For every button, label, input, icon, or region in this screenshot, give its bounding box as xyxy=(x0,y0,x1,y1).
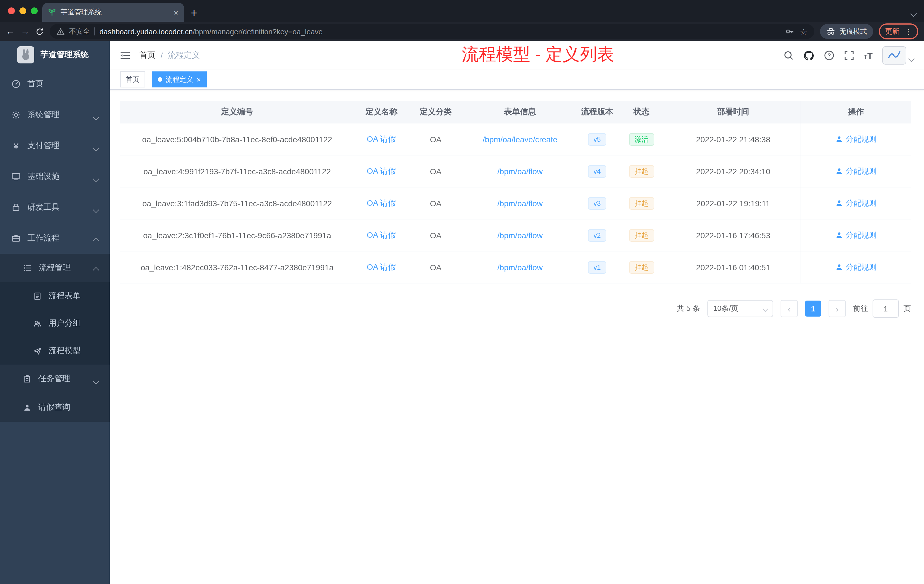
browser-tabstrip: 芋道管理系统 × + xyxy=(0,0,924,22)
password-key-icon[interactable] xyxy=(785,27,794,36)
tag-process-definition[interactable]: 流程定义 × xyxy=(152,71,206,87)
sidebar-item-devtools[interactable]: 研发工具 xyxy=(0,192,110,223)
tag-label: 流程定义 xyxy=(166,74,193,84)
sidebar-item-system[interactable]: 系统管理 xyxy=(0,99,110,130)
form-link[interactable]: /bpm/oa/leave/create xyxy=(483,135,558,144)
close-window-button[interactable] xyxy=(8,7,15,14)
cell-category: OA xyxy=(409,251,463,283)
sidebar-item-payment[interactable]: ¥ 支付管理 xyxy=(0,130,110,161)
user-menu[interactable] xyxy=(882,46,914,64)
sidebar-item-home[interactable]: 首页 xyxy=(0,69,110,99)
form-link[interactable]: /bpm/oa/flow xyxy=(497,199,543,208)
browser-update-button[interactable]: 更新 ⋮ xyxy=(879,23,918,40)
app-title: 芋道管理系统 xyxy=(41,50,89,60)
sidebar-item-workflow[interactable]: 工作流程 xyxy=(0,223,110,254)
incognito-label: 无痕模式 xyxy=(840,26,867,36)
version-tag: v1 xyxy=(588,261,606,274)
paper-plane-icon xyxy=(33,346,42,355)
address-bar[interactable]: 不安全 dashboard.yudao.iocoder.cn/bpm/manag… xyxy=(50,24,814,39)
breadcrumb-home[interactable]: 首页 xyxy=(139,50,155,61)
assign-rule-link[interactable]: 分配规则 xyxy=(835,166,876,176)
sidebar-item-process-model[interactable]: 流程模型 xyxy=(0,337,110,365)
sidebar-toggle-icon[interactable] xyxy=(120,51,130,60)
user-icon xyxy=(835,231,843,239)
caret-down-icon xyxy=(909,53,914,63)
fullscreen-icon[interactable] xyxy=(844,50,854,61)
assign-rule-link[interactable]: 分配规则 xyxy=(835,134,876,144)
search-icon[interactable] xyxy=(783,50,794,61)
sidebar-item-process-management[interactable]: 流程管理 xyxy=(0,254,110,282)
update-label[interactable]: 更新 xyxy=(885,26,899,36)
new-tab-button[interactable]: + xyxy=(191,7,197,18)
tags-view: 首页 流程定义 × xyxy=(110,70,924,90)
breadcrumb-current: 流程定义 xyxy=(168,50,200,61)
sidebar-item-label: 支付管理 xyxy=(27,140,59,151)
breadcrumb: 首页 / 流程定义 xyxy=(139,50,200,61)
font-size-icon[interactable]: TT xyxy=(864,51,873,60)
back-icon[interactable]: ← xyxy=(6,27,15,36)
cell-category: OA xyxy=(409,124,463,155)
definition-name-link[interactable]: OA 请假 xyxy=(367,134,396,144)
svg-text:?: ? xyxy=(827,52,831,59)
browser-menu-icon[interactable]: ⋮ xyxy=(904,28,912,35)
assign-rule-link[interactable]: 分配规则 xyxy=(835,230,876,240)
page-size-select[interactable]: 10条/页 xyxy=(708,300,773,317)
clipboard-icon xyxy=(23,374,31,383)
tab-close-icon[interactable]: × xyxy=(174,8,178,16)
help-icon[interactable]: ? xyxy=(824,50,834,61)
reload-icon[interactable] xyxy=(35,27,44,36)
status-tag: 挂起 xyxy=(629,229,654,241)
prev-page-button[interactable]: ‹ xyxy=(780,300,798,317)
chevron-down-icon xyxy=(94,112,98,121)
chevron-down-icon xyxy=(94,143,98,152)
security-label[interactable]: 不安全 xyxy=(69,26,90,36)
cell-category: OA xyxy=(409,187,463,219)
tag-close-icon[interactable]: × xyxy=(196,76,201,83)
assign-rule-link[interactable]: 分配规则 xyxy=(835,198,876,208)
form-link[interactable]: /bpm/oa/flow xyxy=(497,167,543,176)
sidebar-logo[interactable]: 芋道管理系统 xyxy=(0,41,110,69)
form-link[interactable]: /bpm/oa/flow xyxy=(497,262,543,272)
sidebar-item-leave-query[interactable]: 请假查询 xyxy=(0,393,110,422)
next-page-button[interactable]: › xyxy=(828,300,846,317)
github-icon[interactable] xyxy=(803,50,814,61)
definition-name-link[interactable]: OA 请假 xyxy=(367,262,396,272)
tab-search-icon[interactable] xyxy=(911,8,916,18)
monitor-icon xyxy=(12,172,21,181)
form-link[interactable]: /bpm/oa/flow xyxy=(497,231,543,240)
assign-rule-link[interactable]: 分配规则 xyxy=(835,262,876,272)
sidebar-item-process-form[interactable]: 流程表单 xyxy=(0,282,110,310)
sidebar-item-label: 流程表单 xyxy=(49,291,81,301)
goto-page-input[interactable] xyxy=(873,299,899,318)
avatar[interactable] xyxy=(882,46,906,64)
minimize-window-button[interactable] xyxy=(20,7,26,14)
sidebar-item-infrastructure[interactable]: 基础设施 xyxy=(0,161,110,192)
sidebar-item-label: 系统管理 xyxy=(27,110,59,120)
cell-category: OA xyxy=(409,219,463,251)
browser-tab[interactable]: 芋道管理系统 × xyxy=(42,3,184,22)
sidebar-item-task-management[interactable]: 任务管理 xyxy=(0,365,110,393)
form-icon xyxy=(33,292,42,300)
tag-label: 首页 xyxy=(126,74,139,84)
chevron-up-icon xyxy=(94,265,98,274)
definition-name-link[interactable]: OA 请假 xyxy=(367,166,396,176)
definition-name-link[interactable]: OA 请假 xyxy=(367,230,396,240)
cell-category: OA xyxy=(409,155,463,187)
chevron-down-icon xyxy=(94,376,98,385)
forward-icon[interactable]: → xyxy=(21,27,30,36)
sidebar-item-user-group[interactable]: 用户分组 xyxy=(0,310,110,337)
user-icon xyxy=(835,264,843,271)
sidebar-item-label: 流程模型 xyxy=(49,346,81,356)
sidebar-item-label: 任务管理 xyxy=(38,374,70,384)
bookmark-star-icon[interactable]: ☆ xyxy=(800,27,807,36)
definition-name-link[interactable]: OA 请假 xyxy=(367,198,396,208)
col-version: 流程版本 xyxy=(577,101,617,123)
pagination-total: 共 5 条 xyxy=(677,304,700,314)
col-category: 定义分类 xyxy=(409,101,463,123)
active-dot xyxy=(158,77,162,82)
zoom-window-button[interactable] xyxy=(31,7,38,14)
tag-home[interactable]: 首页 xyxy=(120,71,145,87)
url-text[interactable]: dashboard.yudao.iocoder.cn/bpm/manager/d… xyxy=(99,27,323,36)
page-number-button[interactable]: 1 xyxy=(805,300,821,317)
cell-definition-id: oa_leave:3:1fad3d93-7b75-11ec-a3c8-acde4… xyxy=(120,187,354,219)
